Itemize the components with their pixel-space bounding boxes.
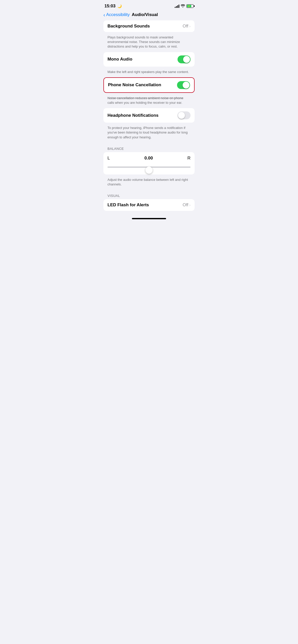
mono-audio-label: Mono Audio (107, 57, 132, 62)
balance-slider[interactable] (107, 163, 191, 171)
mono-audio-row: Mono Audio (103, 52, 195, 67)
led-flash-card: LED Flash for Alerts Off › (103, 199, 195, 211)
phone-noise-toggle[interactable] (177, 81, 190, 89)
headphone-notifs-card: Headphone Notifications (103, 108, 195, 123)
moon-icon: 🌙 (117, 4, 122, 8)
led-flash-chevron-icon: › (189, 203, 191, 207)
background-sounds-row[interactable]: Background Sounds Off › (103, 20, 195, 32)
settings-content: Background Sounds Off › Plays background… (99, 20, 199, 211)
balance-desc: Adjust the audio volume balance between … (103, 177, 195, 190)
balance-labels: L 0.00 R (107, 156, 191, 161)
status-time: 15:03 (104, 4, 115, 9)
headphone-notifs-toggle[interactable] (178, 111, 191, 119)
phone-noise-toggle-thumb (183, 82, 189, 89)
mono-audio-toggle-thumb (183, 56, 190, 63)
status-bar: 15:03 🌙 ⚡ (99, 0, 199, 10)
slider-thumb[interactable] (145, 167, 153, 174)
phone-noise-desc: Noise cancellation reduces ambient noise… (103, 95, 195, 108)
background-sounds-value: Off › (183, 24, 191, 29)
slider-track (107, 167, 191, 168)
led-flash-value: Off › (183, 202, 191, 208)
wifi-icon (181, 4, 185, 8)
home-bar (132, 218, 166, 219)
phone-noise-label: Phone Noise Cancellation (108, 82, 161, 87)
nav-header: ‹ Accessibility Audio/Visual (99, 10, 199, 20)
balance-section-label: BALANCE (103, 143, 195, 152)
background-sounds-desc: Plays background sounds to mask unwanted… (103, 34, 195, 52)
headphone-notifs-label: Headphone Notifications (107, 113, 158, 118)
led-flash-row[interactable]: LED Flash for Alerts Off › (103, 199, 195, 211)
headphone-notifs-desc: To protect your hearing, iPhone sends a … (103, 125, 195, 143)
back-button[interactable]: ‹ Accessibility (103, 12, 130, 17)
phone-noise-desc-normal: calls when you are holding the receiver … (107, 101, 182, 105)
back-chevron-icon: ‹ (103, 12, 105, 17)
phone-noise-card: Phone Noise Cancellation (103, 77, 195, 93)
mono-audio-desc: Make the left and right speakers play th… (103, 69, 195, 77)
balance-card: L 0.00 R (103, 152, 195, 174)
page-title: Audio/Visual (132, 12, 158, 17)
background-sounds-card: Background Sounds Off › (103, 20, 195, 32)
phone-noise-row: Phone Noise Cancellation (104, 78, 194, 92)
balance-right-label: R (187, 156, 191, 161)
back-label: Accessibility (106, 12, 130, 17)
mono-audio-toggle[interactable] (178, 55, 191, 63)
headphone-notifs-row: Headphone Notifications (103, 108, 195, 123)
background-sounds-label: Background Sounds (107, 24, 150, 29)
balance-left-label: L (107, 156, 110, 161)
chevron-right-icon: › (189, 24, 191, 28)
headphone-notifs-toggle-thumb (178, 112, 185, 119)
balance-value: 0.00 (144, 156, 153, 161)
phone-noise-desc-strikethrough: Noise cancellation reduces ambient noise… (107, 96, 183, 100)
mono-audio-card: Mono Audio (103, 52, 195, 67)
led-flash-label: LED Flash for Alerts (107, 202, 149, 208)
status-icons: ⚡ (175, 4, 194, 8)
visual-section-label: VISUAL (103, 190, 195, 199)
home-indicator (99, 213, 199, 221)
signal-icon (175, 4, 179, 8)
battery-icon: ⚡ (186, 4, 194, 8)
